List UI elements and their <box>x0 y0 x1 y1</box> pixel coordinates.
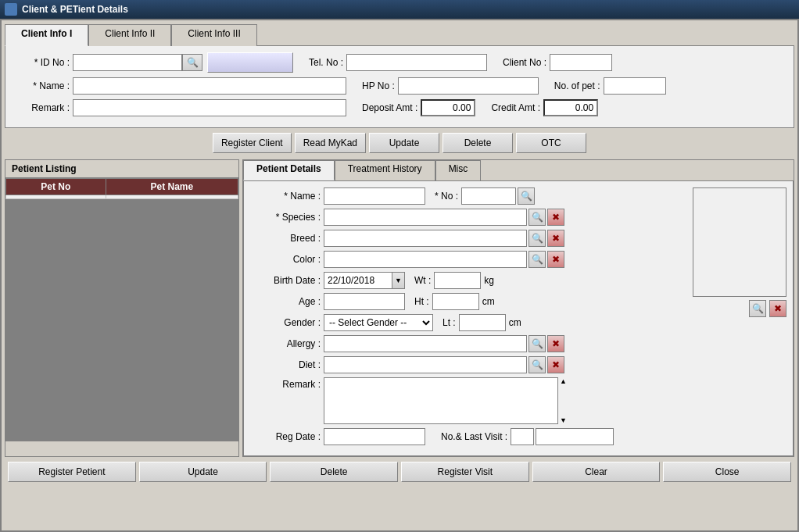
ht-label: Ht : <box>414 296 429 307</box>
allergy-delete-btn[interactable]: ✖ <box>547 335 564 352</box>
birth-date-label: Birth Date : <box>250 275 321 286</box>
color-input[interactable] <box>324 251 527 268</box>
petient-gender-row: Gender : -- Select Gender -- Male Female… <box>250 314 682 331</box>
remark-label: Remark : <box>15 102 70 113</box>
lt-input[interactable] <box>459 314 506 331</box>
credit-amt-label: Credit Amt : <box>491 102 540 113</box>
petient-no-search-btn[interactable]: 🔍 <box>518 187 535 205</box>
register-client-btn[interactable]: Register Client <box>213 133 292 153</box>
window-icon <box>5 3 17 16</box>
diet-input[interactable] <box>324 356 527 373</box>
pet-no-column: Pet No <box>6 179 106 195</box>
title-bar: Client & PETient Details <box>0 0 799 19</box>
bottom-buttons-row: Register Petient Update Delete Register … <box>5 457 794 487</box>
register-petient-btn[interactable]: Register Petient <box>8 462 136 482</box>
search-f3-btn[interactable] <box>207 52 293 73</box>
search-icon: 🔍 <box>752 303 764 314</box>
petient-remark-input[interactable] <box>324 377 558 424</box>
delete-client-btn[interactable]: Delete <box>442 133 513 153</box>
id-no-input[interactable] <box>73 54 182 71</box>
breed-search-btn[interactable]: 🔍 <box>528 230 546 247</box>
client-no-input[interactable] <box>550 54 612 71</box>
color-delete-btn[interactable]: ✖ <box>547 251 564 268</box>
reg-date-input[interactable] <box>324 428 425 445</box>
client-tab-content: * ID No : 🔍 Tel. No : Client No : * Name… <box>5 45 794 128</box>
search-icon: 🔍 <box>532 212 543 223</box>
register-visit-btn[interactable]: Register Visit <box>401 462 529 482</box>
delete-petient-btn[interactable]: Delete <box>270 462 398 482</box>
last-visit-input[interactable] <box>536 428 614 445</box>
species-search-btn[interactable]: 🔍 <box>528 209 546 226</box>
diet-delete-btn[interactable]: ✖ <box>547 356 564 373</box>
birth-date-picker: ▼ <box>324 272 405 289</box>
tab-client-info-2[interactable]: Client Info II <box>88 24 171 46</box>
hp-no-input[interactable] <box>398 77 539 95</box>
name-input[interactable] <box>73 77 346 95</box>
diet-search-btn[interactable]: 🔍 <box>528 356 546 373</box>
color-search-btn[interactable]: 🔍 <box>528 251 546 268</box>
allergy-search-btn[interactable]: 🔍 <box>528 335 546 352</box>
photo-action-btns: 🔍 ✖ <box>747 300 786 317</box>
species-delete-btn[interactable]: ✖ <box>547 209 564 226</box>
photo-area-container: 🔍 ✖ <box>685 187 786 449</box>
delete-icon: ✖ <box>552 338 560 349</box>
textarea-scroll-up[interactable]: ▲ <box>560 377 567 385</box>
detail-content: * Name : * No : 🔍 * Species : 🔍 ✖ <box>243 180 794 456</box>
species-input[interactable] <box>324 209 527 226</box>
no-of-pet-input[interactable] <box>604 77 666 95</box>
remark-input[interactable] <box>73 99 346 116</box>
wt-input[interactable] <box>434 272 481 289</box>
petient-age-row: Age : Ht : cm <box>250 293 682 310</box>
no-visit-input[interactable] <box>511 428 534 445</box>
textarea-scrollbar: ▲ ▼ <box>560 377 567 424</box>
tab-treatment-history[interactable]: Treatment History <box>335 160 435 180</box>
client-section: Client Info I Client Info II Client Info… <box>5 23 794 156</box>
name-label: * Name : <box>15 80 70 91</box>
ht-input[interactable] <box>432 293 479 310</box>
age-label: Age : <box>250 296 321 307</box>
clear-btn[interactable]: Clear <box>532 462 661 482</box>
deposit-amt-value: 0.00 <box>421 99 475 116</box>
photo-search-btn[interactable]: 🔍 <box>749 300 766 317</box>
delete-icon: ✖ <box>552 233 560 244</box>
petient-listing-header: Petient Listing <box>5 160 238 178</box>
window-title: Client & PETient Details <box>22 4 128 15</box>
petient-name-label: * Name : <box>250 191 321 202</box>
breed-input[interactable] <box>324 230 527 247</box>
tab-misc[interactable]: Misc <box>435 160 482 180</box>
allergy-label: Allergy : <box>250 338 321 349</box>
table-row[interactable] <box>6 195 238 199</box>
tab-petient-details[interactable]: Petient Details <box>243 160 335 180</box>
petient-no-label: * No : <box>435 191 458 202</box>
update-petient-btn[interactable]: Update <box>139 462 267 482</box>
photo-delete-btn[interactable]: ✖ <box>769 300 786 317</box>
petient-no-input[interactable] <box>461 187 516 205</box>
allergy-input[interactable] <box>324 335 527 352</box>
wt-label: Wt : <box>414 275 431 286</box>
close-btn[interactable]: Close <box>663 462 791 482</box>
ht-unit: cm <box>482 296 495 307</box>
date-dropdown-btn[interactable]: ▼ <box>392 272 405 289</box>
otc-btn[interactable]: OTC <box>516 133 586 153</box>
detail-form-area: * Name : * No : 🔍 * Species : 🔍 ✖ <box>250 187 682 449</box>
petient-color-row: Color : 🔍 ✖ <box>250 251 682 268</box>
tab-client-info-1[interactable]: Client Info I <box>5 24 88 46</box>
credit-amt-value: 0.00 <box>543 99 598 116</box>
client-tab-strip: Client Info I Client Info II Client Info… <box>5 23 794 45</box>
petient-name-input[interactable] <box>324 187 425 205</box>
tab-client-info-3[interactable]: Client Info III <box>171 24 256 46</box>
update-client-btn[interactable]: Update <box>369 133 439 153</box>
petient-name-row: * Name : * No : 🔍 <box>250 187 682 205</box>
textarea-scroll-down[interactable]: ▼ <box>560 416 567 424</box>
petient-remark-row: Remark : ▲ ▼ <box>250 377 682 424</box>
birth-date-input[interactable] <box>324 272 392 289</box>
gender-select[interactable]: -- Select Gender -- Male Female <box>324 314 433 331</box>
delete-icon: ✖ <box>552 359 560 370</box>
id-search-btn[interactable]: 🔍 <box>182 54 202 71</box>
age-input[interactable] <box>324 293 405 310</box>
client-action-row: Register Client Read MyKad Update Delete… <box>5 130 794 156</box>
read-mykad-btn[interactable]: Read MyKad <box>295 133 366 153</box>
petient-allergy-row: Allergy : 🔍 ✖ <box>250 335 682 352</box>
breed-delete-btn[interactable]: ✖ <box>547 230 564 247</box>
tel-no-input[interactable] <box>346 54 487 71</box>
